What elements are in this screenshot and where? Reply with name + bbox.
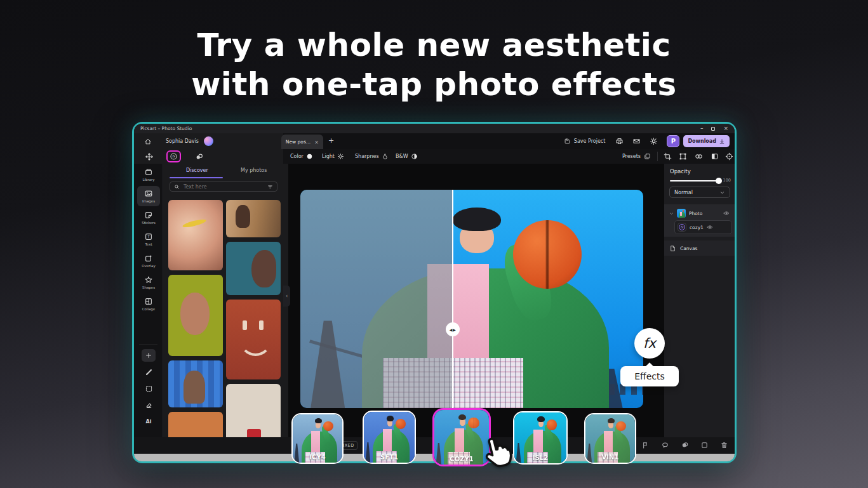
avatar[interactable] [204,136,213,146]
crop-icon[interactable] [664,152,672,161]
scene-shape [315,418,322,423]
shapes-star-icon [144,275,153,284]
save-project-label: Save Project [574,138,606,144]
eraser-tool-button[interactable] [134,397,163,413]
eye-icon[interactable] [707,224,713,230]
stock-photo[interactable] [226,200,281,237]
sidebar-item-text[interactable]: T Text [134,228,163,250]
save-project-button[interactable]: Save Project [564,138,606,145]
new-tab-button[interactable]: + [328,136,334,146]
arrow-left-icon: ◀ [450,327,453,332]
adjust-color[interactable]: Color [290,149,313,164]
effects-tool-active[interactable]: fx [166,150,181,162]
stock-photo[interactable] [226,300,281,379]
brush-tool-button[interactable] [134,364,163,380]
filter-label: ISL2 [514,454,566,461]
stock-photo[interactable] [168,360,223,407]
search-box[interactable] [170,181,277,192]
ai-tool-button[interactable]: Ai [134,413,163,430]
tab-new-post[interactable]: New pos... × [281,135,323,149]
brush-icon [145,368,153,376]
panel-collapse-handle[interactable]: ‹ [283,286,290,307]
home-icon[interactable] [144,138,152,145]
filter-icon[interactable] [267,184,273,190]
sidebar-item-collage[interactable]: Collage [134,293,163,315]
retouch-tool-icon[interactable] [195,152,204,161]
tab-label: New pos... [286,139,310,145]
move-tool-icon[interactable] [145,152,154,161]
blend-mode-select[interactable]: Normal [669,187,730,198]
tab-close-icon[interactable]: × [314,139,319,145]
stickers-label: Stickers [142,221,156,225]
layer-row-canvas[interactable]: Canvas [664,241,735,256]
picsart-p-button[interactable]: P [667,135,679,147]
effects-fx-bubble[interactable]: fx [634,328,665,359]
close-button[interactable]: × [723,126,728,131]
search-input[interactable] [182,183,265,190]
user-name[interactable]: Sophia Davis [166,138,199,144]
stock-photo[interactable] [226,242,281,295]
layer-row-effect[interactable]: fx cozy1 [674,220,732,234]
rotate-adjust-icon[interactable] [725,152,733,161]
svg-text:T: T [147,234,150,239]
settings-gear-icon[interactable] [650,137,658,145]
scene-shape [396,419,406,429]
trash-icon[interactable] [720,441,728,449]
stock-photo[interactable] [168,200,223,270]
presets-button[interactable]: Presets [622,149,651,164]
mail-icon[interactable] [632,137,641,145]
eye-icon[interactable] [723,210,730,216]
adjust-light[interactable]: Light [322,149,344,164]
opacity-slider-knob[interactable] [716,178,722,184]
mask-icon[interactable] [681,441,689,449]
adjust-bw[interactable]: B&W [396,149,418,164]
perspective-icon[interactable] [679,152,687,161]
print-icon[interactable] [615,137,624,145]
maximize-button[interactable] [711,127,715,131]
download-button[interactable]: Download [683,135,730,147]
presets-icon [644,153,651,160]
scene-shape [680,212,682,216]
stock-photo[interactable] [226,384,281,437]
tab-my-photos[interactable]: My photos [241,168,267,173]
tab-discover[interactable]: Discover [186,168,208,173]
adjust-sharpen[interactable]: Sharpnes [355,149,389,164]
sidebar-item-library[interactable]: Library [134,164,163,185]
sidebar-item-stickers[interactable]: Stickers [134,207,163,228]
chevron-down-icon[interactable] [669,211,674,216]
marquee-icon [145,385,153,393]
save-icon [564,138,571,145]
chevron-down-icon [719,190,725,195]
effects-tooltip: Effects [620,366,679,386]
cutout-icon[interactable] [661,441,669,449]
opacity-slider[interactable] [670,180,719,181]
filter-thumbnail-sft1[interactable]: SFT1 [363,411,416,464]
split-view-icon[interactable] [711,152,719,161]
toolbar: fx Color Light Sharpnes B&W Presets [134,149,735,164]
scene-shape [547,419,557,430]
flag-icon[interactable] [641,441,650,449]
stickers-icon [144,211,153,220]
stock-photo[interactable] [168,412,223,437]
minimize-button[interactable]: – [700,126,704,131]
layer-name: cozy1 [690,225,704,230]
link-icon[interactable] [695,152,703,161]
add-tool-button[interactable] [134,347,163,364]
half-circle-icon [411,153,418,160]
canvas-size-icon[interactable] [700,441,709,449]
filter-thumbnail-isl2[interactable]: ISL2 [513,411,568,465]
compare-divider-line [452,190,453,408]
sidebar-item-overlay[interactable]: Overlay [134,250,163,272]
canvas-image[interactable]: ◀ ▶ [300,190,643,408]
filter-label: SFT1 [364,454,415,461]
filter-thumbnail-icy4[interactable]: ICY4 [291,413,344,464]
sidebar-item-images[interactable]: Images [134,185,163,207]
select-tool-button[interactable] [134,380,163,397]
layer-row-photo[interactable]: Photo [667,206,732,220]
filter-thumbnail-vin1[interactable]: VIN1 [584,413,636,464]
rail-divider [139,344,157,345]
compare-slider-handle[interactable]: ◀ ▶ [446,322,460,336]
download-icon [719,138,725,145]
stock-photo[interactable] [168,275,223,356]
sidebar-item-shapes[interactable]: Shapes [134,272,163,293]
